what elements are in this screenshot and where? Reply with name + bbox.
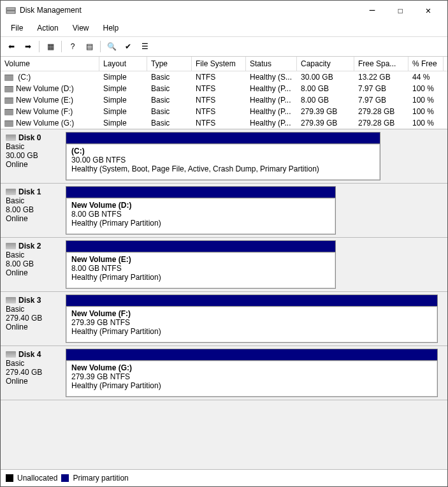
disk-partitions: New Volume (G:)279.39 GB NTFSHealthy (Pr…	[64, 346, 440, 400]
partition-box[interactable]: New Volume (F:)279.39 GB NTFSHealthy (Pr…	[66, 306, 438, 343]
column-header[interactable]: Layout	[99, 57, 147, 71]
table-header: VolumeLayoutTypeFile SystemStatusCapacit…	[1, 57, 447, 71]
drive-icon	[4, 86, 13, 92]
cell-pct: 100 %	[408, 106, 444, 117]
disk-name-label: Disk 3	[18, 296, 41, 305]
partition-header-bar	[66, 132, 380, 143]
cell-fs: NTFS	[192, 106, 246, 117]
disk-info[interactable]: Disk 1Basic8.00 GBOnline	[1, 184, 64, 237]
cell-cap: 279.39 GB	[297, 106, 354, 117]
column-header[interactable]: Status	[246, 57, 297, 71]
partition-box[interactable]: New Volume (D:)8.00 GB NTFSHealthy (Prim…	[66, 198, 336, 235]
disk-state: Online	[6, 268, 59, 277]
disk-size: 8.00 GB	[6, 259, 59, 268]
cell-name: New Volume (E:)	[1, 95, 99, 105]
legend-primary-swatch	[61, 474, 69, 482]
app-icon	[6, 5, 16, 15]
column-header[interactable]: File System	[192, 57, 246, 71]
partition-status: Healthy (Primary Partition)	[71, 327, 432, 336]
disk-type: Basic	[6, 142, 59, 151]
disk-icon	[6, 297, 16, 303]
column-header[interactable]: Volume	[1, 57, 99, 71]
cell-type: Basic	[147, 84, 192, 94]
cell-fs: NTFS	[192, 95, 246, 105]
partition-title: New Volume (G:)	[71, 363, 432, 372]
partition-header-bar	[66, 294, 438, 306]
column-header[interactable]: Type	[147, 57, 192, 71]
toolbar-separator	[61, 41, 62, 52]
partition-box[interactable]: New Volume (G:)279.39 GB NTFSHealthy (Pr…	[66, 360, 438, 397]
maximize-button[interactable]: ☐	[386, 1, 414, 19]
forward-arrow-icon[interactable]: ➡	[21, 40, 35, 54]
volume-row[interactable]: (C:)SimpleBasicNTFSHealthy (S...30.00 GB…	[1, 71, 447, 83]
column-header[interactable]: Free Spa...	[354, 57, 408, 71]
cell-pct: 100 %	[408, 84, 444, 94]
cell-layout: Simple	[99, 106, 147, 117]
column-header[interactable]: % Free	[408, 57, 444, 71]
cell-free: 13.22 GB	[354, 72, 408, 82]
partition-header-bar	[66, 349, 438, 360]
svg-rect-1	[6, 11, 15, 13]
partition-title: (C:)	[71, 147, 375, 156]
disk-info[interactable]: Disk 4Basic279.40 GBOnline	[1, 346, 64, 400]
minimize-button[interactable]: ─	[358, 1, 386, 19]
legend-primary-label: Primary partition	[73, 474, 128, 483]
table-body: (C:)SimpleBasicNTFSHealthy (S...30.00 GB…	[1, 71, 447, 129]
partition-title: New Volume (E:)	[71, 255, 330, 264]
help-icon[interactable]: ?	[66, 40, 80, 54]
cell-fs: NTFS	[192, 118, 246, 128]
disk-info[interactable]: Disk 2Basic8.00 GBOnline	[1, 238, 64, 291]
legend-unallocated-label: Unallocated	[17, 474, 57, 483]
toolbar: ⬅➡▦?▤🔍✔☰	[1, 37, 447, 57]
partition-box[interactable]: New Volume (E:)8.00 GB NTFSHealthy (Prim…	[66, 252, 336, 289]
cell-cap: 8.00 GB	[297, 84, 354, 94]
cell-free: 279.28 GB	[354, 118, 408, 128]
cell-layout: Simple	[99, 72, 147, 82]
disk-state: Online	[6, 323, 59, 331]
column-header[interactable]: Capacity	[297, 57, 354, 71]
disk-size: 279.40 GB	[6, 368, 59, 377]
drive-icon	[4, 109, 13, 115]
menu-file[interactable]: File	[4, 21, 29, 35]
partition-sub: 8.00 GB NTFS	[71, 210, 330, 219]
disk-type: Basic	[6, 251, 59, 259]
disk-name-label: Disk 1	[18, 187, 41, 196]
partition-status: Healthy (Primary Partition)	[71, 219, 330, 228]
cell-status: Healthy (P...	[246, 106, 297, 117]
grid-icon[interactable]: ▤	[82, 40, 96, 54]
check-icon[interactable]: ✔	[121, 40, 135, 54]
partition-sub: 279.39 GB NTFS	[71, 318, 432, 327]
volume-row[interactable]: New Volume (E:)SimpleBasicNTFSHealthy (P…	[1, 94, 447, 106]
menu-bar: FileActionViewHelp	[1, 20, 447, 37]
disk-info[interactable]: Disk 3Basic279.40 GBOnline	[1, 292, 64, 345]
volume-row[interactable]: New Volume (F:)SimpleBasicNTFSHealthy (P…	[1, 106, 447, 117]
cell-layout: Simple	[99, 84, 147, 94]
cell-layout: Simple	[99, 118, 147, 128]
disk-type: Basic	[6, 196, 59, 205]
disk-row: Disk 3Basic279.40 GBOnlineNew Volume (F:…	[1, 292, 447, 346]
cell-cap: 8.00 GB	[297, 95, 354, 105]
back-arrow-icon[interactable]: ⬅	[4, 40, 18, 54]
disk-row: Disk 0Basic30.00 GBOnline (C:)30.00 GB N…	[1, 129, 447, 184]
table-icon[interactable]: ▦	[43, 40, 57, 54]
volumes-table: VolumeLayoutTypeFile SystemStatusCapacit…	[1, 57, 447, 129]
volume-row[interactable]: New Volume (D:)SimpleBasicNTFSHealthy (P…	[1, 83, 447, 94]
disk-info[interactable]: Disk 0Basic30.00 GBOnline	[1, 129, 64, 183]
partition-box[interactable]: (C:)30.00 GB NTFSHealthy (System, Boot, …	[66, 143, 380, 180]
cell-name: New Volume (F:)	[1, 106, 99, 117]
menu-help[interactable]: Help	[97, 21, 126, 35]
list-icon[interactable]: ☰	[138, 40, 152, 54]
cell-status: Healthy (P...	[246, 118, 297, 128]
cell-type: Basic	[147, 72, 192, 82]
volume-row[interactable]: New Volume (G:)SimpleBasicNTFSHealthy (P…	[1, 117, 447, 129]
legend-unallocated-swatch	[6, 474, 13, 482]
menu-action[interactable]: Action	[31, 21, 64, 35]
partition-status: Healthy (System, Boot, Page File, Active…	[71, 164, 375, 173]
disk-type: Basic	[6, 359, 59, 368]
disk-state: Online	[6, 377, 59, 386]
close-button[interactable]: ✕	[414, 1, 442, 19]
cell-type: Basic	[147, 118, 192, 128]
menu-view[interactable]: View	[66, 21, 96, 35]
disk-icon	[6, 351, 16, 358]
zoom-icon[interactable]: 🔍	[105, 40, 119, 54]
